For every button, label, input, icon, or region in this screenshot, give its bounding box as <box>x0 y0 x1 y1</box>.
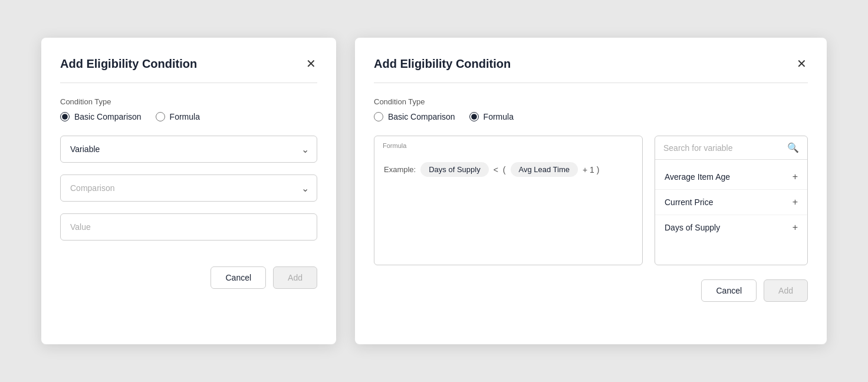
right-cancel-button[interactable]: Cancel <box>701 279 757 302</box>
formula-op-plus-close: + 1 ) <box>583 165 599 174</box>
right-radio-group: Basic Comparison Formula <box>374 112 808 121</box>
right-radio-formula-input[interactable] <box>469 112 479 121</box>
variable-item-average-item-age[interactable]: Average Item Age + <box>655 164 807 190</box>
variable-item-days-of-supply[interactable]: Days of Supply + <box>655 215 807 240</box>
left-add-button[interactable]: Add <box>273 266 317 289</box>
left-variable-wrapper: Variable ⌄ <box>60 136 317 163</box>
left-radio-basic[interactable]: Basic Comparison <box>60 112 142 121</box>
right-modal: Add Eligibility Condition ✕ Condition Ty… <box>355 38 827 344</box>
left-radio-group: Basic Comparison Formula <box>60 112 317 121</box>
variable-panel: 🔍 Average Item Age + Current Price + Day… <box>655 136 808 265</box>
variable-label-average-item-age: Average Item Age <box>665 172 730 182</box>
right-modal-footer: Cancel Add <box>374 279 808 302</box>
search-icon: 🔍 <box>787 142 799 153</box>
left-modal-title: Add Eligibility Condition <box>60 57 197 71</box>
right-close-button[interactable]: ✕ <box>795 57 808 71</box>
variable-label-days-of-supply: Days of Supply <box>665 223 720 232</box>
left-modal: Add Eligibility Condition ✕ Condition Ty… <box>41 38 336 344</box>
left-comparison-wrapper: Comparison ⌄ <box>60 174 317 202</box>
left-modal-footer: Cancel Add <box>60 266 317 289</box>
formula-op-open-paren: ( <box>503 165 506 174</box>
left-radio-basic-label: Basic Comparison <box>74 112 142 121</box>
add-average-item-age-icon[interactable]: + <box>793 172 798 182</box>
variable-search-input[interactable] <box>663 143 782 153</box>
formula-op-lt: < <box>494 165 498 174</box>
left-close-button[interactable]: ✕ <box>305 57 317 71</box>
left-variable-select[interactable]: Variable <box>60 136 317 163</box>
left-condition-type-label: Condition Type <box>60 97 317 106</box>
formula-example-label: Example: <box>384 165 416 174</box>
add-current-price-icon[interactable]: + <box>793 197 798 208</box>
right-radio-basic-label: Basic Comparison <box>388 112 455 121</box>
left-radio-basic-input[interactable] <box>60 112 70 121</box>
variable-search-bar: 🔍 <box>655 136 807 160</box>
variable-list: Average Item Age + Current Price + Days … <box>655 160 807 245</box>
formula-example: Example: Days of Supply < ( Avg Lead Tim… <box>384 162 633 177</box>
left-modal-header: Add Eligibility Condition ✕ <box>60 57 317 83</box>
formula-editor[interactable]: Formula Example: Days of Supply < ( Avg … <box>374 136 643 265</box>
right-radio-basic-input[interactable] <box>374 112 383 121</box>
left-comparison-select[interactable]: Comparison <box>60 174 317 202</box>
formula-body: Formula Example: Days of Supply < ( Avg … <box>374 136 808 265</box>
formula-pill-days-of-supply: Days of Supply <box>420 162 488 177</box>
variable-label-current-price: Current Price <box>665 197 713 207</box>
right-condition-type-label: Condition Type <box>374 97 808 106</box>
right-modal-header: Add Eligibility Condition ✕ <box>374 57 808 83</box>
right-modal-title: Add Eligibility Condition <box>374 57 511 71</box>
variable-item-current-price[interactable]: Current Price + <box>655 190 807 215</box>
right-radio-formula-label: Formula <box>484 112 514 121</box>
right-radio-basic[interactable]: Basic Comparison <box>374 112 455 121</box>
left-value-input[interactable] <box>60 213 317 241</box>
right-add-button[interactable]: Add <box>764 279 808 302</box>
right-radio-formula[interactable]: Formula <box>469 112 514 121</box>
right-condition-type-section: Condition Type Basic Comparison Formula <box>374 97 808 121</box>
left-cancel-button[interactable]: Cancel <box>211 266 266 289</box>
formula-pill-avg-lead-time: Avg Lead Time <box>511 162 578 177</box>
left-radio-formula[interactable]: Formula <box>156 112 200 121</box>
left-radio-formula-label: Formula <box>170 112 200 121</box>
left-radio-formula-input[interactable] <box>156 112 165 121</box>
add-days-of-supply-icon[interactable]: + <box>793 222 798 233</box>
left-condition-type-section: Condition Type Basic Comparison Formula <box>60 97 317 121</box>
formula-editor-label: Formula <box>383 142 406 149</box>
